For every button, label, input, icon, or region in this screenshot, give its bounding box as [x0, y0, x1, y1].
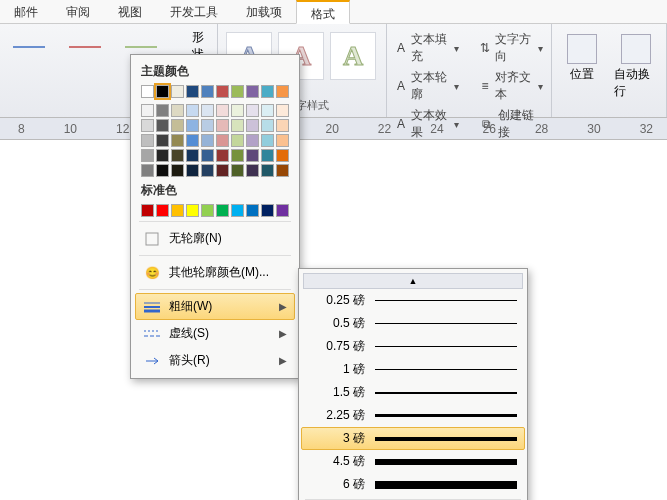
color-swatch[interactable] — [231, 149, 244, 162]
line-style[interactable] — [66, 36, 104, 58]
color-swatch[interactable] — [276, 104, 289, 117]
color-swatch[interactable] — [171, 104, 184, 117]
color-swatch[interactable] — [156, 134, 169, 147]
weight-option[interactable]: 4.5 磅 — [301, 450, 525, 473]
color-swatch[interactable] — [201, 204, 214, 217]
color-swatch[interactable] — [231, 164, 244, 177]
color-swatch[interactable] — [246, 164, 259, 177]
color-swatch[interactable] — [171, 164, 184, 177]
color-swatch[interactable] — [246, 85, 259, 98]
color-swatch[interactable] — [171, 149, 184, 162]
color-swatch[interactable] — [216, 204, 229, 217]
color-swatch[interactable] — [231, 119, 244, 132]
color-swatch[interactable] — [156, 149, 169, 162]
color-swatch[interactable] — [246, 134, 259, 147]
color-swatch[interactable] — [171, 119, 184, 132]
color-swatch[interactable] — [261, 164, 274, 177]
color-swatch[interactable] — [186, 204, 199, 217]
color-swatch[interactable] — [201, 149, 214, 162]
color-swatch[interactable] — [231, 204, 244, 217]
color-swatch[interactable] — [261, 204, 274, 217]
tab-3[interactable]: 开发工具 — [156, 0, 232, 23]
color-swatch[interactable] — [216, 164, 229, 177]
color-swatch[interactable] — [216, 104, 229, 117]
tab-0[interactable]: 邮件 — [0, 0, 52, 23]
color-swatch[interactable] — [141, 204, 154, 217]
color-swatch[interactable] — [231, 85, 244, 98]
no-outline-item[interactable]: 无轮廓(N) — [135, 225, 295, 252]
color-swatch[interactable] — [246, 104, 259, 117]
color-swatch[interactable] — [141, 85, 154, 98]
arrows-item[interactable]: 箭头(R)▶ — [135, 347, 295, 374]
dashes-item[interactable]: 虚线(S)▶ — [135, 320, 295, 347]
color-swatch[interactable] — [231, 104, 244, 117]
color-swatch[interactable] — [246, 204, 259, 217]
color-swatch[interactable] — [261, 104, 274, 117]
weight-option[interactable]: 0.75 磅 — [301, 335, 525, 358]
color-swatch[interactable] — [186, 134, 199, 147]
color-swatch[interactable] — [201, 104, 214, 117]
color-swatch[interactable] — [246, 119, 259, 132]
color-swatch[interactable] — [276, 85, 289, 98]
color-swatch[interactable] — [201, 164, 214, 177]
line-style[interactable] — [10, 36, 48, 58]
color-swatch[interactable] — [156, 119, 169, 132]
color-swatch[interactable] — [156, 104, 169, 117]
color-swatch[interactable] — [216, 119, 229, 132]
auto-wrap-button[interactable]: 自动换行 — [614, 34, 658, 100]
color-swatch[interactable] — [171, 134, 184, 147]
color-swatch[interactable] — [156, 85, 169, 98]
color-swatch[interactable] — [156, 164, 169, 177]
weight-option[interactable]: 0.5 磅 — [301, 312, 525, 335]
weight-option[interactable]: 1 磅 — [301, 358, 525, 381]
color-swatch[interactable] — [186, 104, 199, 117]
color-swatch[interactable] — [201, 85, 214, 98]
color-swatch[interactable] — [261, 149, 274, 162]
color-swatch[interactable] — [141, 134, 154, 147]
color-swatch[interactable] — [231, 134, 244, 147]
color-swatch[interactable] — [261, 119, 274, 132]
text-direction-button[interactable]: ⇅文字方向▾ — [477, 30, 545, 66]
color-swatch[interactable] — [276, 119, 289, 132]
align-text-button[interactable]: ≡对齐文本▾ — [477, 68, 545, 104]
color-swatch[interactable] — [276, 204, 289, 217]
weight-option[interactable]: 6 磅 — [301, 473, 525, 496]
color-swatch[interactable] — [186, 85, 199, 98]
text-fill-button[interactable]: A文本填充▾ — [393, 30, 461, 66]
weight-item[interactable]: 粗细(W)▶ — [135, 293, 295, 320]
color-swatch[interactable] — [276, 149, 289, 162]
wordart-style[interactable]: A — [330, 32, 376, 80]
tab-1[interactable]: 审阅 — [52, 0, 104, 23]
color-swatch[interactable] — [141, 149, 154, 162]
weight-option[interactable]: 2.25 磅 — [301, 404, 525, 427]
color-swatch[interactable] — [276, 164, 289, 177]
color-swatch[interactable] — [141, 119, 154, 132]
position-button[interactable]: 位置 — [560, 34, 604, 83]
color-swatch[interactable] — [201, 134, 214, 147]
color-swatch[interactable] — [216, 85, 229, 98]
tab-5[interactable]: 格式 — [296, 0, 350, 24]
color-swatch[interactable] — [141, 164, 154, 177]
color-swatch[interactable] — [186, 119, 199, 132]
more-colors-item[interactable]: 😊其他轮廓颜色(M)... — [135, 259, 295, 286]
color-swatch[interactable] — [276, 134, 289, 147]
color-swatch[interactable] — [186, 149, 199, 162]
text-outline-button[interactable]: A文本轮廓▾ — [393, 68, 461, 104]
color-swatch[interactable] — [261, 134, 274, 147]
color-swatch[interactable] — [216, 149, 229, 162]
color-swatch[interactable] — [141, 104, 154, 117]
color-swatch[interactable] — [216, 134, 229, 147]
scroll-up-button[interactable]: ▲ — [303, 273, 523, 289]
color-swatch[interactable] — [201, 119, 214, 132]
color-swatch[interactable] — [186, 164, 199, 177]
color-swatch[interactable] — [171, 204, 184, 217]
weight-option[interactable]: 0.25 磅 — [301, 289, 525, 312]
weight-option[interactable]: 1.5 磅 — [301, 381, 525, 404]
color-swatch[interactable] — [171, 85, 184, 98]
weight-option[interactable]: 3 磅 — [301, 427, 525, 450]
tab-4[interactable]: 加载项 — [232, 0, 296, 23]
tab-2[interactable]: 视图 — [104, 0, 156, 23]
color-swatch[interactable] — [261, 85, 274, 98]
color-swatch[interactable] — [246, 149, 259, 162]
color-swatch[interactable] — [156, 204, 169, 217]
